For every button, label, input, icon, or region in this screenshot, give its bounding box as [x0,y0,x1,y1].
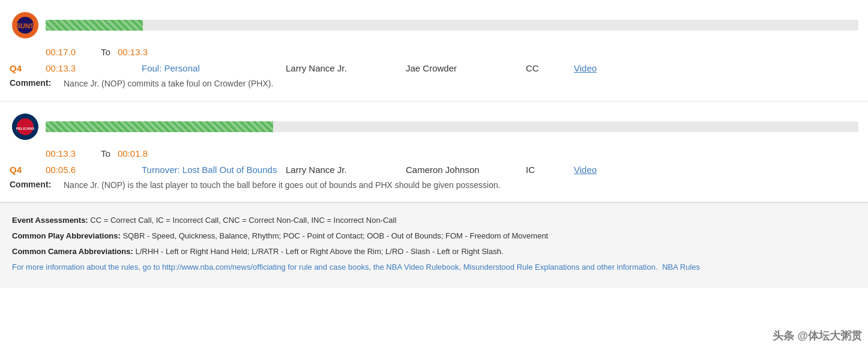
time-to-1: 00:13.3 [118,47,148,57]
play-detail-row-1: Q4 00:13.3 Foul: Personal Larry Nance Jr… [10,59,858,76]
progress-fill-2 [46,121,273,132]
player2-1: Jae Crowder [406,63,526,73]
event-time-1: 00:13.3 [46,63,106,73]
footer-line2: Common Play Abbreviations: SQBR - Speed,… [12,229,856,243]
event-time-2: 00:05.6 [46,165,106,175]
call-1: CC [526,63,574,73]
play-detail-row-2: Q4 00:05.6 Turnover: Lost Ball Out of Bo… [10,161,858,177]
comment-row-1: Comment: Nance Jr. (NOP) commits a take … [10,76,858,95]
player1-2: Larry Nance Jr. [286,165,406,175]
comment-text-2: Nance Jr. (NOP) is the last player to to… [64,180,501,192]
event-type-1: Foul: Personal [142,63,286,73]
footer-line1: Event Assessments: CC = Correct Call, IC… [12,214,856,227]
suns-logo: SUNS [10,10,41,41]
time-label-row-1: 00:17.0 To 00:13.3 [10,43,858,59]
quarter-2: Q4 [10,165,46,175]
play-block-2: PELICANS 00:13.3 To 00:01.8 Q4 00:05.6 T… [0,102,868,203]
footer-line3-bold: Common Camera Abbreviations: [12,247,133,256]
video-link-2[interactable]: Video [574,165,622,175]
footer-nba-rules-link[interactable]: NBA Rules [662,263,700,272]
footer-section: Event Assessments: CC = Correct Call, IC… [0,202,868,287]
quarter-1: Q4 [10,63,46,73]
event-type-2: Turnover: Lost Ball Out of Bounds [142,165,286,175]
comment-text-1: Nance Jr. (NOP) commits a take foul on C… [64,78,273,90]
video-link-1[interactable]: Video [574,63,622,73]
time-from-2: 00:13.3 [46,148,94,159]
pelicans-logo: PELICANS [10,111,41,142]
footer-line1-text: CC = Correct Call, IC = Incorrect Call, … [90,216,396,225]
svg-text:SUNS: SUNS [16,22,35,29]
comment-label-2: Comment: [10,180,64,189]
time-label-row-2: 00:13.3 To 00:01.8 [10,145,858,161]
player1-1: Larry Nance Jr. [286,63,406,73]
progress-fill-1 [46,20,143,31]
footer-line2-text: SQBR - Speed, Quickness, Balance, Rhythm… [122,231,548,240]
progress-bar-2 [46,121,858,132]
play-block-1: SUNS 00:17.0 To 00:13.3 Q4 00:13.3 Foul:… [0,0,868,102]
footer-line3-text: L/RHH - Left or Right Hand Held; L/RATR … [135,247,503,256]
player2-2: Cameron Johnson [406,165,526,175]
to-label-1: To [94,47,118,57]
footer-line4: For more information about the rules, go… [12,261,856,274]
comment-label-1: Comment: [10,78,64,88]
footer-line1-bold: Event Assessments: [12,216,88,225]
call-2: IC [526,165,574,175]
footer-line2-bold: Common Play Abbreviations: [12,231,121,240]
time-to-2: 00:01.8 [118,148,148,159]
footer-line3: Common Camera Abbreviations: L/RHH - Lef… [12,245,856,258]
progress-bar-1 [46,20,858,31]
comment-row-2: Comment: Nance Jr. (NOP) is the last pla… [10,177,858,196]
footer-line4-text[interactable]: For more information about the rules, go… [12,263,658,272]
svg-text:PELICANS: PELICANS [16,127,34,130]
to-label-2: To [94,148,118,159]
time-from-1: 00:17.0 [46,47,94,57]
